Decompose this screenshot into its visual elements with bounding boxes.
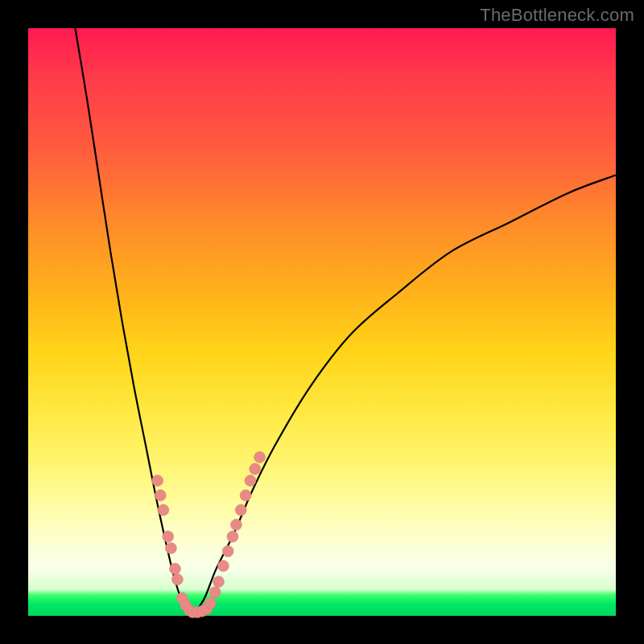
watermark-text: TheBottleneck.com [480,5,634,26]
highlight-dot [155,489,166,501]
highlight-dot [171,574,183,585]
plot-area [28,28,616,616]
highlight-dot [152,475,163,486]
chart-svg [28,28,616,616]
highlight-dot [235,505,246,516]
highlight-dot [158,505,169,516]
highlight-dot [213,576,225,588]
right-curve [192,175,616,617]
highlight-dot [245,475,256,486]
highlight-dots [152,452,266,618]
highlight-dot [222,546,233,557]
highlight-dot [227,530,238,542]
highlight-dot [254,452,266,463]
highlight-dot [230,519,242,530]
left-curve [75,28,192,616]
highlight-dot [240,489,251,501]
highlight-dot [170,564,181,575]
highlight-dot [163,530,174,542]
highlight-dot [204,597,216,609]
highlight-dot [217,560,229,572]
chart-frame: TheBottleneck.com [0,0,644,644]
highlight-dot [165,543,176,554]
highlight-dot [250,464,261,475]
highlight-dot [209,587,221,598]
